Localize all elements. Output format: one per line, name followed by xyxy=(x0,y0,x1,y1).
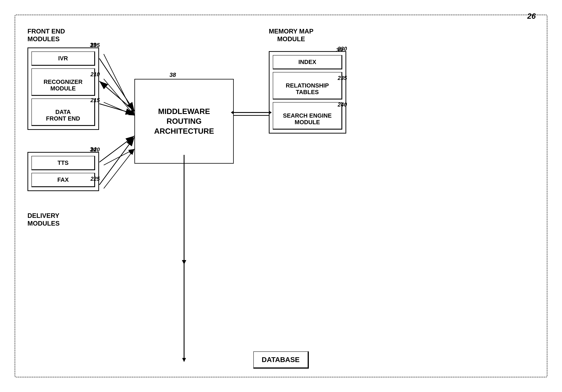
ref-215: 215 xyxy=(91,97,100,103)
delivery-label: DELIVERY MODULES xyxy=(27,212,60,227)
recognizer-module: RECOGNIZER MODULE xyxy=(31,68,95,96)
front-end-inner-box: 205 IVR 210 RECOGNIZER MODULE 215 DATA F… xyxy=(27,48,99,130)
relationship-tables-module: RELATIONSHIP TABLES xyxy=(273,72,342,99)
tts-module: TTS xyxy=(31,156,95,170)
ref-240: 240 xyxy=(338,102,347,108)
delivery-inner-box: 220 TTS 225 FAX xyxy=(27,152,99,191)
data-front-end-module: DATA FRONT END xyxy=(31,98,95,126)
ref-225: 225 xyxy=(91,176,100,182)
ref-205: 205 xyxy=(91,42,100,48)
front-end-label: FRONT END MODULES xyxy=(27,27,65,43)
database-box: DATABASE xyxy=(253,351,309,369)
ref-230: 230 xyxy=(338,46,347,52)
fax-module: FAX xyxy=(31,173,95,187)
index-module: INDEX xyxy=(273,55,342,69)
memory-map-inner-box: 230 INDEX 235 RELATIONSHIP TABLES 240 SE… xyxy=(269,51,346,133)
ref-235: 235 xyxy=(338,75,347,81)
ref-210: 210 xyxy=(91,71,100,78)
diagram-container: 26 FRONT END MODULES 33 xyxy=(9,9,553,383)
ref-38: 38 xyxy=(169,71,176,78)
middleware-box: MIDDLEWARE ROUTING ARCHITECTURE xyxy=(134,79,234,164)
search-engine-module: SEARCH ENGINE MODULE xyxy=(273,102,342,130)
ref-220: 220 xyxy=(91,147,100,153)
memory-map-label: MEMORY MAP MODULE xyxy=(269,27,314,43)
ref-label-26: 26 xyxy=(527,12,536,21)
ivr-module: IVR xyxy=(31,51,95,66)
